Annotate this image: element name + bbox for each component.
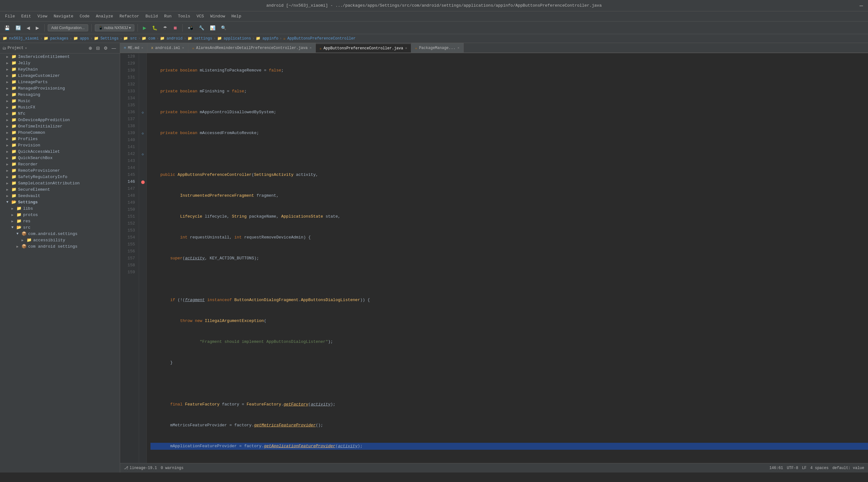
tree-item-managedprovisioning[interactable]: ▶ 📁 ManagedProvisioning <box>0 85 120 91</box>
tree-item-musicfx[interactable]: ▶ 📁 MusicFX <box>0 104 120 110</box>
tree-item-src[interactable]: ▼ 📂 src <box>0 224 120 231</box>
tree-item-quickaccesswallet[interactable]: ▶ 📁 QuickAccessWallet <box>0 148 120 155</box>
tab-android-iml[interactable]: X android.iml × <box>147 43 188 53</box>
toolbar-sdk-btn[interactable]: 🔧 <box>197 24 206 32</box>
code-content[interactable]: private boolean mListeningToPackageRemov… <box>147 53 868 463</box>
gutter-155 <box>139 241 146 248</box>
tree-item-imsservice[interactable]: ▶ 📁 ImsServiceEntitlement <box>0 54 120 60</box>
tree-item-libs[interactable]: ▶ 📁 libs <box>0 205 120 212</box>
tab-close-icon[interactable]: × <box>309 46 312 50</box>
tree-item-accessibility[interactable]: ▶ 📁 accessibility <box>0 237 120 243</box>
menu-build[interactable]: Build <box>143 13 160 20</box>
tree-item-samplelocation[interactable]: ▶ 📁 SampleLocationAttribution <box>0 180 120 186</box>
line-num-158: 158 <box>123 262 135 269</box>
code-editor[interactable]: 128 129 130 131 132 133 134 135 136 137 … <box>120 53 868 463</box>
tree-item-remoteprovisioner[interactable]: ▶ 📁 RemoteProvisioner <box>0 167 120 174</box>
tree-item-jelly[interactable]: ▶ 📁 Jelly <box>0 60 120 66</box>
gutter-158 <box>139 262 146 269</box>
tree-item-nfc[interactable]: ▶ 📁 Nfc <box>0 110 120 117</box>
tree-item-quicksearchbox[interactable]: ▶ 📁 QuickSearchBox <box>0 155 120 161</box>
menu-file[interactable]: File <box>3 13 18 20</box>
toolbar-stop-btn[interactable]: ⏹ <box>171 24 179 32</box>
tree-item-res[interactable]: ▶ 📁 res <box>0 218 120 224</box>
tree-item-seedvault[interactable]: ▶ 📁 Seedvault <box>0 192 120 199</box>
sidebar-hide-btn[interactable]: — <box>110 45 117 51</box>
tree-item-provision[interactable]: ▶ 📁 Provision <box>0 142 120 148</box>
breadcrumb-packages[interactable]: packages <box>50 36 69 41</box>
tab-me-md[interactable]: M ME.md × <box>120 43 147 53</box>
tree-item-profiles[interactable]: ▶ 📁 Profiles <box>0 136 120 142</box>
status-line-ending[interactable]: LF <box>802 466 806 470</box>
breadcrumb-android[interactable]: android <box>166 36 182 41</box>
breadcrumb-nx563j[interactable]: nx563j_xiaomi <box>9 36 39 41</box>
sidebar-settings-btn[interactable]: ⚙ <box>102 45 109 51</box>
toolbar-search-btn[interactable]: 🔍 <box>219 24 228 32</box>
toolbar-forward-btn[interactable]: ▶ <box>34 24 41 32</box>
menu-navigate[interactable]: Navigate <box>51 13 76 20</box>
sidebar-collapse-btn[interactable]: ⊟ <box>95 45 101 51</box>
status-git-branch[interactable]: ⎇ lineage-19.1 <box>124 465 157 470</box>
tab-close-icon[interactable]: × <box>405 47 407 50</box>
breadcrumb-class[interactable]: AppButtonsPreferenceController <box>287 36 355 41</box>
tree-item-keychain[interactable]: ▶ 📁 KeyChain <box>0 66 120 72</box>
tree-item-recorder[interactable]: ▶ 📁 Recorder <box>0 161 120 167</box>
toolbar-run-btn[interactable]: ▶ <box>141 24 148 32</box>
breadcrumb-settings[interactable]: Settings <box>100 36 119 41</box>
toolbar-device-manager-btn[interactable]: 📲 <box>186 24 195 32</box>
toolbar-save-btn[interactable]: 💾 <box>3 24 12 32</box>
menu-window[interactable]: Window <box>208 13 227 20</box>
menu-analyze[interactable]: Analyze <box>93 13 116 20</box>
tab-alarms-controller[interactable]: ☕ AlarmsAndRemindersDetailPreferenceCont… <box>188 43 316 53</box>
tree-item-ondevice[interactable]: ▶ 📁 OnDeviceAppPrediction <box>0 117 120 123</box>
toolbar-coverage-btn[interactable]: ☂ <box>161 24 169 32</box>
breadcrumb-src[interactable]: src <box>130 36 137 41</box>
menu-refactor[interactable]: Refactor <box>117 13 142 20</box>
tree-item-lineageparts[interactable]: ▶ 📁 LineageParts <box>0 79 120 85</box>
breadcrumb-apps[interactable]: apps <box>80 36 89 41</box>
breadcrumb-appinfo[interactable]: appinfo <box>262 36 278 41</box>
tab-appbuttons-controller[interactable]: ☕ AppButtonsPreferenceController.java × <box>316 43 411 53</box>
menu-tools[interactable]: Tools <box>176 13 193 20</box>
tree-item-com-android-settings-package[interactable]: ▶ 📦 com android settings <box>0 243 120 249</box>
breadcrumb-applications[interactable]: applications <box>224 36 251 41</box>
menu-view[interactable]: View <box>35 13 50 20</box>
line-num-146: 146 <box>123 178 135 185</box>
tree-item-music[interactable]: ▶ 📁 Music <box>0 98 120 104</box>
tree-item-phonecommon[interactable]: ▶ 📁 PhoneCommon <box>0 129 120 136</box>
menu-help[interactable]: Help <box>229 13 244 20</box>
code-line-131: private boolean mAccessedFromAutoRevoke; <box>151 130 868 137</box>
toolbar-device-btn[interactable]: 📱 nubia NX563J ▾ <box>95 24 134 31</box>
status-filetype[interactable]: default: value <box>832 466 864 470</box>
tree-item-com-android-settings[interactable]: ▼ 📦 com.android.settings <box>0 231 120 237</box>
menu-run[interactable]: Run <box>161 13 174 20</box>
close-button[interactable]: — <box>860 3 863 9</box>
sidebar-locate-btn[interactable]: ⊕ <box>87 45 94 51</box>
tree-item-lineagecustomizer[interactable]: ▶ 📁 LineageCustomizer <box>0 72 120 79</box>
toolbar-profiler-btn[interactable]: 📊 <box>208 24 217 32</box>
line-num-145: 145 <box>123 172 135 178</box>
toolbar-sync-btn[interactable]: 🔄 <box>13 24 23 32</box>
line-num-157: 157 <box>123 255 135 262</box>
breadcrumb-com[interactable]: com <box>148 36 155 41</box>
tree-item-label: Settings <box>18 200 38 205</box>
status-position[interactable]: 146:61 <box>769 466 783 470</box>
menu-edit[interactable]: Edit <box>19 13 33 20</box>
tab-close-icon[interactable]: × <box>457 46 460 50</box>
toolbar-back-btn[interactable]: ◀ <box>25 24 32 32</box>
tree-item-protos[interactable]: ▶ 📁 protos <box>0 212 120 218</box>
status-encoding[interactable]: UTF-8 <box>787 466 798 470</box>
tree-item-settings[interactable]: ▼ 📂 Settings <box>0 199 120 205</box>
menu-vcs[interactable]: VCS <box>194 13 207 20</box>
status-indent[interactable]: 4 spaces <box>810 466 829 470</box>
tree-item-messaging[interactable]: ▶ 📁 Messaging <box>0 91 120 98</box>
tab-close-icon[interactable]: × <box>141 46 144 50</box>
toolbar-config-btn[interactable]: Add Configuration... <box>48 24 88 31</box>
tree-item-safetyregulatory[interactable]: ▶ 📁 SafetyRegulatoryInfo <box>0 174 120 180</box>
breadcrumb-settings2[interactable]: settings <box>194 36 212 41</box>
tab-packagemanager[interactable]: ☕ PackageManage... × <box>411 43 463 53</box>
tab-close-icon[interactable]: × <box>182 46 184 50</box>
toolbar-debug-btn[interactable]: 🐛 <box>150 24 159 32</box>
menu-code[interactable]: Code <box>77 13 92 20</box>
tree-item-secureelement[interactable]: ▶ 📁 SecureElement <box>0 186 120 192</box>
tree-item-onetimeinit[interactable]: ▶ 📁 OneTimeInitializer <box>0 123 120 129</box>
